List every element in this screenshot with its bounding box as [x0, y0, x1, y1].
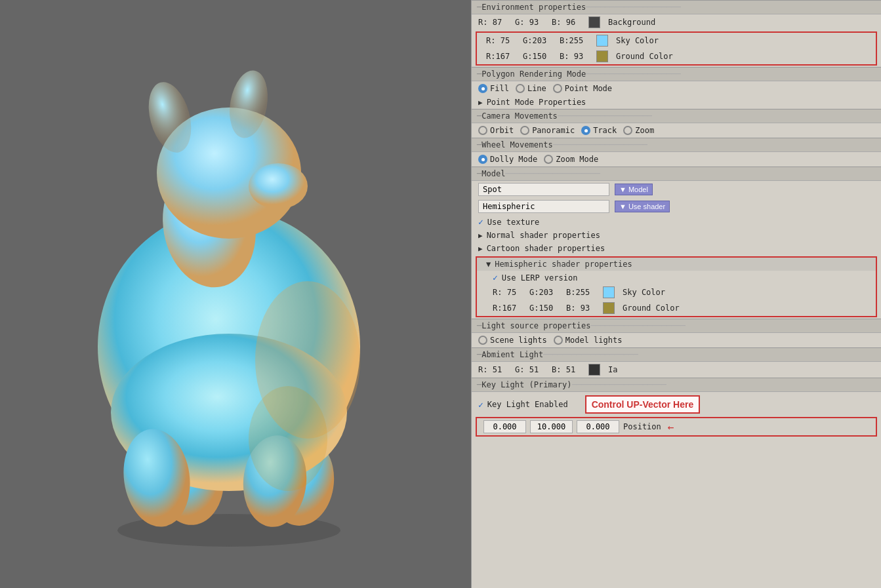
sky-b-value: B:255 [560, 36, 591, 45]
svg-point-13 [249, 386, 327, 491]
use-texture-row[interactable]: ✓ Use texture [472, 215, 881, 229]
cartoon-shader-row[interactable]: ▶ Cartoon shader properties [472, 242, 881, 255]
orbit-radio-circle[interactable] [478, 126, 487, 135]
zoom-radio[interactable]: Zoom [623, 126, 654, 135]
point-mode-props-label: Point Mode Properties [487, 98, 586, 107]
point-mode-props-row[interactable]: ▶ Point Mode Properties [472, 96, 881, 109]
panoramic-radio-label: Panoramic [532, 126, 575, 135]
background-swatch[interactable] [588, 16, 600, 28]
track-radio-circle[interactable] [581, 126, 590, 135]
wheel-section-header: Wheel Movements [472, 138, 881, 152]
normal-shader-row[interactable]: ▶ Normal shader properties [472, 229, 881, 242]
sky-color-label: Sky Color [616, 36, 659, 45]
spot-model-row: Spot ▼ Model [472, 181, 881, 198]
model-lights-radio-circle[interactable] [554, 336, 563, 345]
key-light-enabled-row[interactable]: ✓ Key Light Enabled [478, 400, 568, 410]
point-mode-radio-label: Point Mode [565, 84, 612, 93]
3d-viewport[interactable] [0, 0, 471, 588]
sky-color-swatch[interactable] [596, 35, 608, 47]
shader-ground-g: G:150 [529, 304, 561, 313]
position-label: Position [623, 422, 661, 431]
use-lerp-row[interactable]: ✓ Use LERP version [477, 271, 876, 284]
normal-shader-arrow-icon: ▶ [478, 231, 483, 240]
shader-sky-b: B:255 [566, 288, 598, 297]
polygon-section-title: Polygon Rendering Mode [481, 69, 586, 79]
point-mode-arrow-icon: ▶ [478, 98, 483, 107]
spot-field[interactable]: Spot [478, 183, 609, 196]
model-display [0, 0, 471, 588]
wheel-section-title: Wheel Movements [481, 140, 552, 149]
use-shader-dropdown-btn[interactable]: ▼ Use shader [615, 201, 670, 212]
line-radio-label: Line [527, 84, 546, 93]
scene-lights-label: Scene lights [490, 336, 547, 345]
scene-lights-radio[interactable]: Scene lights [478, 336, 547, 345]
zoom-mode-radio-label: Zoom Mode [556, 155, 598, 164]
ground-color-label: Ground Color [616, 52, 673, 61]
shader-sky-swatch[interactable] [603, 286, 615, 298]
model-section-title: Model [481, 169, 505, 178]
dolly-radio[interactable]: Dolly Mode [478, 155, 537, 164]
hemispheric-shader-row: Hemispheric ▼ Use shader [472, 198, 881, 215]
shader-ground-label: Ground Color [623, 304, 680, 313]
cartoon-shader-label: Cartoon shader properties [487, 244, 605, 253]
fill-radio-label: Fill [490, 84, 509, 93]
point-mode-radio[interactable]: Point Mode [553, 84, 612, 93]
use-lerp-label: Use LERP version [502, 273, 578, 283]
fill-radio[interactable]: Fill [478, 84, 509, 93]
key-light-section-title: Key Light (Primary) [481, 380, 571, 389]
model-dropdown-label: Model [628, 186, 648, 193]
line-radio[interactable]: Line [516, 84, 546, 93]
position-arrow-icon: ← [668, 421, 674, 433]
scene-lights-radio-circle[interactable] [478, 336, 487, 345]
track-radio-label: Track [593, 126, 617, 135]
orbit-radio-label: Orbit [490, 126, 514, 135]
shader-ground-b: B: 93 [566, 304, 598, 313]
sky-color-row: R: 75 G:203 B:255 Sky Color [477, 33, 876, 49]
control-annotation-box: Control UP-Vector Here [585, 395, 701, 414]
dolly-radio-circle[interactable] [478, 155, 487, 164]
model-dropdown-btn[interactable]: ▼ Model [615, 184, 653, 195]
env-properties-header: Environment properties [472, 0, 881, 14]
position-x-field[interactable] [483, 420, 526, 433]
use-lerp-checkmark-icon: ✓ [493, 273, 498, 283]
zoom-mode-radio-circle[interactable] [544, 155, 553, 164]
shader-sky-g: G:203 [529, 288, 561, 297]
point-mode-radio-circle[interactable] [553, 84, 562, 93]
model-lights-radio[interactable]: Model lights [554, 336, 623, 345]
camera-section-header: Camera Movements [472, 109, 881, 123]
sky-r-value: R: 75 [486, 36, 518, 45]
key-light-checkmark-icon: ✓ [478, 400, 483, 410]
ambient-r: R: 51 [478, 365, 510, 374]
shader-ground-swatch[interactable] [603, 302, 615, 314]
ground-color-swatch[interactable] [596, 50, 608, 62]
line-radio-circle[interactable] [516, 84, 525, 93]
shader-sky-r: R: 75 [493, 288, 524, 297]
ambient-b: B: 51 [552, 365, 583, 374]
light-source-group: Scene lights Model lights [472, 333, 881, 347]
ambient-label: Ia [608, 365, 617, 374]
shader-dropdown-arrow-icon: ▼ [619, 203, 626, 210]
properties-panel: Environment properties R: 87 G: 93 B: 96… [471, 0, 881, 588]
wheel-mode-group: Dolly Mode Zoom Mode [472, 152, 881, 167]
use-shader-dropdown-label: Use shader [628, 203, 665, 210]
fill-radio-circle[interactable] [478, 84, 487, 93]
shader-ground-row: R:167 G:150 B: 93 Ground Color [477, 300, 876, 316]
model-section-header: Model [472, 167, 881, 181]
position-y-field[interactable] [530, 420, 573, 433]
hemispheric-field[interactable]: Hemispheric [478, 200, 609, 213]
hemispheric-shader-arrow-icon: ▼ [486, 260, 491, 269]
ground-color-row: R:167 G:150 B: 93 Ground Color [477, 49, 876, 64]
zoom-mode-radio[interactable]: Zoom Mode [544, 155, 598, 164]
position-z-field[interactable] [577, 420, 619, 433]
orbit-radio[interactable]: Orbit [478, 126, 514, 135]
shader-sky-label: Sky Color [623, 288, 665, 297]
ground-r-value: R:167 [486, 52, 518, 61]
panoramic-radio-circle[interactable] [520, 126, 529, 135]
zoom-radio-circle[interactable] [623, 126, 632, 135]
ground-g-value: G:150 [523, 52, 554, 61]
panoramic-radio[interactable]: Panoramic [520, 126, 575, 135]
ambient-swatch[interactable] [588, 364, 600, 376]
track-radio[interactable]: Track [581, 126, 617, 135]
use-texture-checkmark-icon: ✓ [478, 217, 483, 227]
env-color-section: R: 75 G:203 B:255 Sky Color R:167 G:150 … [476, 31, 877, 66]
